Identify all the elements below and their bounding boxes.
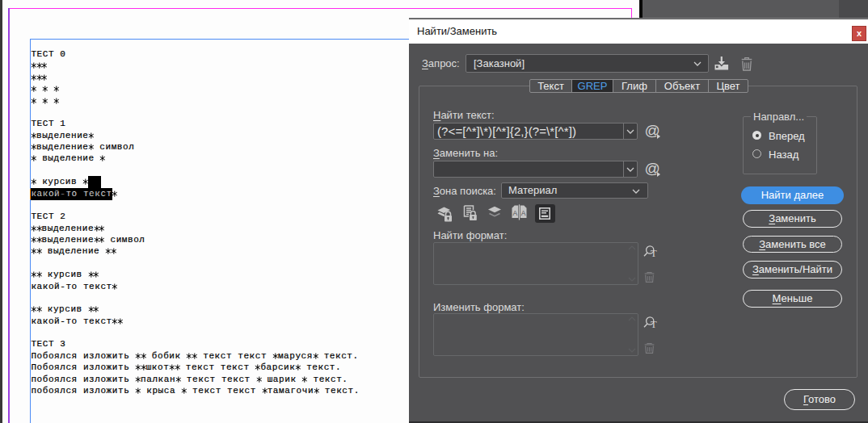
- svg-text:A: A: [513, 209, 518, 217]
- svg-text:A: A: [521, 209, 526, 217]
- svg-text:T: T: [651, 248, 657, 259]
- svg-text:T: T: [651, 319, 657, 330]
